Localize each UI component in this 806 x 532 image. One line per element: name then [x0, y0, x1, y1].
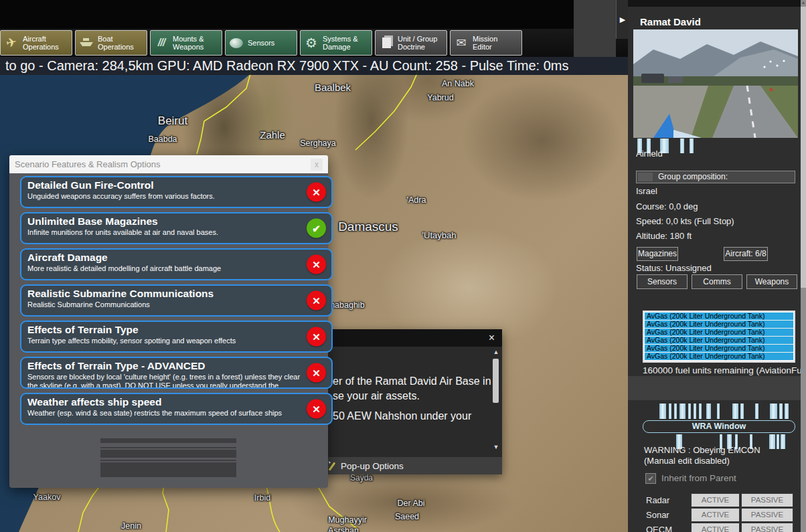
popup-scrollbar[interactable]: ▲ ▼ — [492, 349, 500, 450]
tab-boat-operations[interactable]: BoatOperations — [75, 30, 147, 56]
comms-button[interactable]: Comms — [692, 274, 742, 289]
option-weather-affects-ship-speed[interactable]: Weather affects ship speedWeather (esp. … — [20, 393, 333, 425]
radar-passive-button[interactable]: PASSIVE — [741, 493, 793, 507]
map-label-saeed: Saeed — [395, 512, 419, 521]
magazines-button[interactable]: Magazines — [637, 247, 678, 261]
fuel-tank-row[interactable]: AvGas (200k Liter Underground Tank) — [645, 321, 793, 329]
unit-type-label: Airfield — [636, 149, 663, 159]
redacted-row — [100, 438, 236, 443]
emcon-warning-line1: WARNING : Obeying EMCON — [644, 445, 760, 455]
option-description: Terrain type affects mobility, sensor sp… — [27, 337, 301, 345]
unit-name: Ramat David — [640, 16, 701, 27]
tab-mission-editor[interactable]: ✉MissionEditor — [450, 30, 522, 56]
sensors-button[interactable]: Sensors — [637, 274, 688, 289]
option-disabled-x-icon[interactable]: ✕ — [307, 291, 326, 311]
option-effects-of-terrain-type[interactable]: Effects of Terrain TypeTerrain type affe… — [20, 321, 333, 353]
inherit-from-parent-label: Inherit from Parent — [661, 473, 736, 483]
dialog-title-bar[interactable]: Scenario Features & Realism Options x — [9, 155, 328, 173]
app-window: BaalbekAn NabkYabrudBeirutZahleBaabdaSer… — [0, 0, 806, 532]
map-label-beirut: Beirut — [158, 114, 187, 128]
fuel-tank-row[interactable]: AvGas (200k Liter Underground Tank) — [645, 353, 793, 361]
unit-info-sidebar: Ramat David Airfield Group composition: … — [628, 0, 806, 532]
option-title: Effects of Terrain Type — [27, 324, 301, 336]
status-text: to go - Camera: 284,5km GPU: AMD Radeon … — [5, 58, 568, 73]
option-aircraft-damage[interactable]: Aircraft DamageMore realistic & detailed… — [20, 248, 333, 280]
option-title: Unlimited Base Magazines — [27, 215, 301, 228]
scrollbar-thumb[interactable] — [493, 359, 499, 403]
sonar-passive-button[interactable]: PASSIVE — [741, 508, 793, 522]
mounts-icon: /// — [158, 37, 165, 49]
tab-mounts-weapons[interactable]: ///Mounts &Weapons — [150, 30, 222, 56]
popup-options-button[interactable]: Pop-up Options — [323, 457, 502, 474]
map-label-baabda: Baabda — [148, 135, 177, 144]
fuel-tanks-list: AvGas (200k Liter Underground Tank)AvGas… — [643, 311, 795, 363]
tab-systems-damage[interactable]: ⚙Systems &Damage — [300, 30, 372, 56]
tab-label: MissionEditor — [473, 35, 497, 51]
wand-icon — [327, 460, 337, 472]
option-title: Realistic Submarine Communications — [27, 288, 301, 300]
tab-label: Systems &Damage — [323, 35, 358, 51]
map-label-irbid: Irbid — [254, 493, 270, 503]
option-unlimited-base-magazines[interactable]: Unlimited Base MagazinesInfinite munitio… — [20, 212, 333, 244]
wra-window-button[interactable]: WRA Window — [643, 420, 795, 433]
option-enabled-check-icon[interactable]: ✔ — [307, 219, 326, 238]
map-label-jenin: Jenin — [121, 521, 141, 531]
tab-sensors[interactable]: Sensors — [225, 30, 297, 56]
tab-label: AircraftOperations — [23, 35, 59, 51]
option-disabled-x-icon[interactable]: ✕ — [307, 255, 326, 274]
fuel-tank-row[interactable]: AvGas (200k Liter Underground Tank) — [645, 337, 793, 345]
emcon-row-label-radar: Radar — [646, 495, 669, 505]
aircraft-count-button[interactable]: Aircraft: 6/8 — [724, 247, 768, 261]
emcon-row-label-sonar: Sonar — [646, 510, 669, 520]
check-icon: ✔ — [647, 474, 653, 482]
aircraft-icon: ✈ — [5, 37, 17, 48]
chevron-right-icon: ▶ — [620, 15, 625, 24]
fuel-tank-row[interactable]: AvGas (200k Liter Underground Tank) — [645, 345, 793, 353]
option-realistic-submarine-communications[interactable]: Realistic Submarine CommunicationsRealis… — [20, 284, 333, 317]
scroll-up-icon[interactable]: ▲ — [492, 349, 500, 355]
scenario-options-dialog: Scenario Features & Realism Options x De… — [9, 155, 328, 488]
redacted-row — [100, 462, 236, 477]
option-title: Weather affects ship speed — [27, 396, 301, 408]
scroll-down-icon[interactable]: ▼ — [492, 444, 500, 450]
unit-side: Israel — [636, 186, 657, 196]
map-label-yaakov: Yaakov — [33, 493, 61, 502]
option-detailed-gun-fire-control[interactable]: Detailed Gun Fire-ControlUnguided weapon… — [20, 176, 333, 208]
sidebar-expand-handle[interactable]: ▶ — [616, 0, 629, 39]
tab-label: BoatOperations — [98, 35, 134, 51]
map-label-an-nabk: An Nabk — [442, 79, 474, 88]
fuel-remaining-label: 160000 fuel units remaining (AviationFue… — [643, 365, 806, 375]
option-title: Detailed Gun Fire-Control — [27, 179, 301, 191]
option-disabled-x-icon[interactable]: ✕ — [307, 327, 326, 347]
close-icon[interactable]: × — [489, 331, 495, 345]
scrollbar-thumb[interactable] — [801, 7, 806, 288]
scroll-up-icon: ▲ — [801, 0, 806, 5]
close-icon[interactable]: x — [311, 159, 323, 171]
group-composition-header[interactable]: Group composition: — [636, 171, 795, 183]
option-effects-of-terrain-type-advanced[interactable]: Effects of Terrain Type - ADVANCEDSensor… — [20, 357, 333, 389]
map-label-mughayyir: Mughayyir — [328, 515, 367, 525]
editor-icon: ✉ — [456, 39, 466, 47]
sonar-active-button[interactable]: ACTIVE — [691, 508, 740, 522]
option-disabled-x-icon[interactable]: ✕ — [307, 400, 326, 419]
option-disabled-x-icon[interactable]: ✕ — [307, 363, 326, 383]
tab-aircraft-operations[interactable]: ✈AircraftOperations — [0, 30, 72, 56]
toolbar-tab-row: ✈AircraftOperationsBoatOperations///Moun… — [0, 29, 628, 57]
popup-title-bar[interactable]: × — [323, 329, 502, 347]
fuel-tank-row[interactable]: AvGas (200k Liter Underground Tank) — [645, 329, 793, 337]
oecm-active-button[interactable]: ACTIVE — [691, 523, 740, 532]
option-description: Unguided weapons accuracy suffers from v… — [27, 192, 301, 201]
tab-unit-group-doctrine[interactable]: Unit / GroupDoctrine — [375, 30, 447, 56]
map-label-der-abi: Der Abi — [398, 499, 425, 508]
radar-active-button[interactable]: ACTIVE — [691, 493, 740, 507]
option-description: Sensors are blocked by local 'culture he… — [27, 373, 301, 389]
emcon-barcode-icon — [628, 404, 793, 419]
oecm-passive-button[interactable]: PASSIVE — [741, 523, 793, 532]
option-title: Effects of Terrain Type - ADVANCED — [27, 360, 301, 372]
fuel-tank-row[interactable]: AvGas (200k Liter Underground Tank) — [645, 313, 793, 321]
inherit-from-parent-checkbox[interactable]: ✔ — [645, 473, 656, 484]
sidebar-scrollbar[interactable]: ▲ — [801, 0, 806, 532]
popup-text-line: er of the Ramat David Air Base in — [333, 375, 491, 387]
weapons-button[interactable]: Weapons — [746, 274, 797, 289]
option-disabled-x-icon[interactable]: ✕ — [307, 183, 326, 202]
